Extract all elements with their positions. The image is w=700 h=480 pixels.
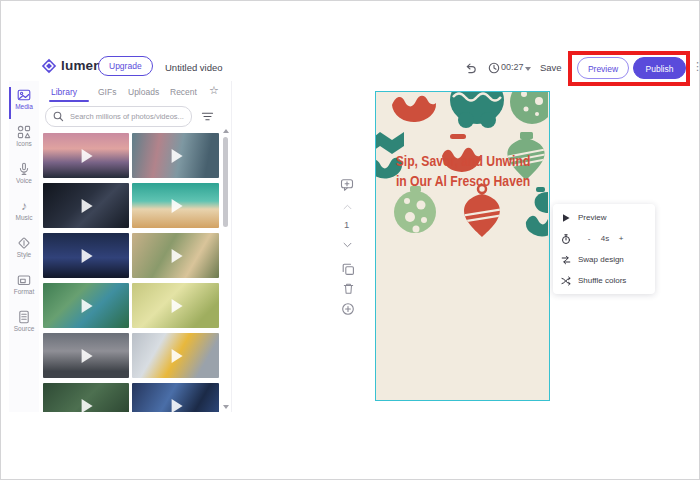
media-thumbnail-yellow-flowers[interactable]: [132, 283, 219, 328]
shapes-icon: [17, 125, 31, 139]
play-icon: [171, 249, 182, 263]
media-thumbnail-ocean-wave-beach[interactable]: [132, 183, 219, 228]
tab-recent[interactable]: Recent: [170, 87, 197, 97]
menu-item-shuffle-colors[interactable]: Shuffle colors: [553, 270, 655, 291]
sidebar-item-format[interactable]: Format: [9, 270, 39, 306]
ornament-red-dash: [450, 134, 466, 139]
play-icon: [82, 249, 93, 263]
shuffle-icon: [561, 276, 571, 286]
media-thumbnail-construction-workers[interactable]: [132, 333, 219, 378]
menu-item-preview[interactable]: Preview: [553, 207, 655, 228]
media-thumbnail-night-skyline[interactable]: [43, 233, 129, 278]
menu-item-swap-design[interactable]: Swap design: [553, 249, 655, 270]
play-icon: [171, 399, 182, 413]
tab-library[interactable]: Library: [51, 87, 77, 97]
upgrade-button[interactable]: Upgrade: [98, 56, 153, 76]
sidebar-item-voice[interactable]: Voice: [9, 159, 39, 195]
sidebar-item-label: Format: [9, 288, 39, 295]
media-search-box: [45, 106, 192, 127]
media-thumbnail-man-working-outdoors[interactable]: [132, 233, 219, 278]
play-icon: [82, 299, 93, 313]
favorites-star-icon[interactable]: ☆: [209, 84, 219, 97]
ornament-lightgreen-dotted-ball: [394, 186, 436, 233]
duration-chevron-down-icon[interactable]: [525, 67, 531, 71]
sidebar-item-source[interactable]: Source: [9, 307, 39, 343]
media-thumbnail-forest-bridge[interactable]: [43, 383, 129, 412]
delete-scene-trash-icon[interactable]: [342, 282, 355, 295]
source-document-icon: [17, 310, 31, 324]
play-icon: [82, 199, 93, 213]
left-sidebar: Media Icons Voice ♪ Music Style Format S…: [9, 81, 40, 412]
scene-number: 1: [344, 219, 349, 230]
scrollbar-down-arrow[interactable]: [223, 405, 229, 409]
media-thumbnail-rainy-umbrella[interactable]: [43, 183, 129, 228]
sidebar-item-music[interactable]: ♪ Music: [9, 196, 39, 232]
menu-item-label: Swap design: [578, 255, 624, 264]
play-icon: [171, 199, 182, 213]
sidebar-item-label: Voice: [9, 177, 39, 184]
ornament-green-dotted-ball: [510, 92, 548, 124]
media-thumbnail-woman-city-phone[interactable]: [132, 133, 219, 178]
publish-button[interactable]: Publish: [633, 57, 686, 79]
media-thumbnail-river-fjord-aerial[interactable]: [43, 283, 129, 328]
search-input[interactable]: [68, 111, 190, 122]
sidebar-item-label: Source: [9, 325, 39, 332]
clock-icon: [488, 62, 500, 74]
media-icon: [17, 88, 31, 102]
play-icon: [82, 399, 93, 413]
ornament-red-wavy-bowl: [392, 96, 436, 122]
menu-item-label: Shuffle colors: [578, 276, 626, 285]
music-note-icon: ♪: [17, 199, 31, 213]
menu-item-label: Preview: [578, 213, 606, 222]
scene-context-menu: Preview - 4s + Swap design Shuffle color…: [553, 204, 655, 294]
microphone-icon: [17, 162, 31, 176]
undo-icon[interactable]: [463, 61, 477, 75]
scene-up-chevron-icon[interactable]: [343, 204, 352, 210]
save-button[interactable]: Save: [540, 62, 562, 73]
scrollbar-thumb[interactable]: [223, 137, 228, 227]
sidebar-item-label: Style: [9, 251, 39, 258]
add-scene-plus-icon[interactable]: [341, 302, 355, 316]
video-duration: 00:27: [501, 62, 524, 72]
scrollbar-up-arrow[interactable]: [223, 129, 229, 133]
duration-value: 4s: [596, 234, 614, 243]
sidebar-item-icons[interactable]: Icons: [9, 122, 39, 158]
stopwatch-icon: [561, 234, 571, 244]
active-tab-underline: [49, 100, 89, 102]
play-icon: [561, 213, 571, 223]
video-canvas[interactable]: Sip, Savor, and Unwind in Our Al Fresco …: [375, 91, 550, 401]
ornament-teal-partials: [526, 187, 548, 236]
media-thumbnail-city-crowd[interactable]: [43, 333, 129, 378]
tab-gifs[interactable]: GIFs: [98, 87, 116, 97]
media-panel: Library GIFs Uploads Recent ☆: [39, 81, 232, 412]
search-icon: [53, 111, 64, 122]
play-icon: [171, 299, 182, 313]
sidebar-item-media[interactable]: Media: [9, 85, 39, 121]
tab-uploads[interactable]: Uploads: [128, 87, 159, 97]
menu-item-duration: - 4s +: [553, 228, 655, 249]
play-icon: [171, 349, 182, 363]
swap-icon: [561, 255, 571, 265]
play-icon: [82, 149, 93, 163]
duplicate-scene-icon[interactable]: [341, 262, 355, 276]
format-icon: [17, 273, 31, 287]
duration-plus-button[interactable]: +: [614, 234, 628, 243]
scene-down-chevron-icon[interactable]: [343, 242, 352, 248]
media-thumbnail-sunset-clouds[interactable]: [43, 133, 129, 178]
project-title[interactable]: Untitled video: [165, 62, 223, 73]
sidebar-item-style[interactable]: Style: [9, 233, 39, 269]
preview-button[interactable]: Preview: [577, 57, 629, 79]
sidebar-item-label: Media: [9, 103, 39, 110]
sidebar-item-label: Music: [9, 214, 39, 221]
ornament-red-striped-drop: [460, 185, 504, 237]
lumen5-logo-icon: [41, 58, 57, 74]
play-icon: [82, 349, 93, 363]
media-thumbnail-blue-rollercoaster[interactable]: [132, 383, 219, 412]
sidebar-item-label: Icons: [9, 140, 39, 147]
add-comment-icon[interactable]: [340, 178, 354, 192]
filter-icon[interactable]: [201, 110, 214, 123]
more-options-kebab-icon[interactable]: ⋮: [692, 60, 700, 73]
lumen5-editor-window: lumen5 Upgrade Untitled video 00:27 Save…: [0, 0, 700, 480]
duration-minus-button[interactable]: -: [582, 234, 596, 243]
scene-headline-text[interactable]: Sip, Savor, and Unwind in Our Al Fresco …: [392, 152, 535, 191]
